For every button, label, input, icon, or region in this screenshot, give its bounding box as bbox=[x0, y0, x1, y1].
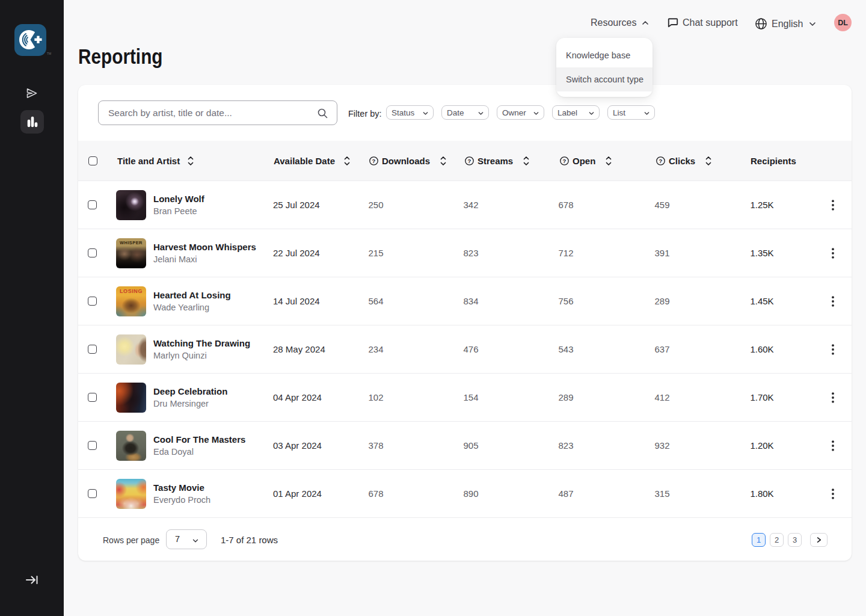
svg-text:?: ? bbox=[563, 157, 567, 164]
svg-text:?: ? bbox=[659, 157, 663, 164]
svg-text:?: ? bbox=[372, 157, 376, 164]
svg-text:?: ? bbox=[468, 157, 471, 164]
